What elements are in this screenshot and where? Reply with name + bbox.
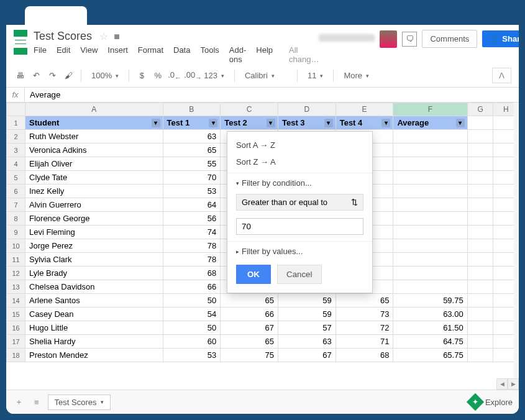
decrease-decimal-button[interactable]: .0← bbox=[168, 70, 180, 81]
cell-student[interactable]: Clyde Tate bbox=[25, 171, 163, 185]
cell-test2[interactable]: 65 bbox=[221, 294, 278, 308]
cell-test4[interactable]: 68 bbox=[336, 349, 393, 362]
sort-az-item[interactable]: Sort A → Z bbox=[227, 137, 372, 153]
menu-add-ons[interactable]: Add-ons bbox=[229, 45, 246, 64]
cell-test1[interactable]: 50 bbox=[163, 294, 221, 308]
condition-select[interactable]: Greater than or equal to⇅ bbox=[236, 194, 363, 211]
cell-test4[interactable]: 72 bbox=[336, 321, 393, 335]
cell-test4[interactable]: 73 bbox=[336, 308, 393, 321]
column-header-E[interactable]: E bbox=[336, 103, 393, 116]
header-cell-test 4[interactable]: Test 4▾ bbox=[336, 116, 393, 130]
cell-test2[interactable]: 67 bbox=[221, 321, 278, 335]
cell-student[interactable]: Florence George bbox=[25, 212, 163, 226]
more-toolbar-button[interactable]: More bbox=[340, 70, 373, 81]
row-header-13[interactable]: 13 bbox=[7, 280, 25, 294]
header-cell-student[interactable]: Student▾ bbox=[25, 116, 163, 130]
cell[interactable] bbox=[467, 253, 493, 267]
row-header-14[interactable]: 14 bbox=[7, 294, 25, 308]
cell-student[interactable]: Preston Mendez bbox=[25, 349, 163, 362]
cell-test1[interactable]: 55 bbox=[163, 157, 221, 171]
cell-test1[interactable]: 66 bbox=[163, 280, 221, 294]
cell-average[interactable] bbox=[393, 280, 467, 294]
font-size-select[interactable]: 11 bbox=[304, 70, 327, 81]
cell[interactable] bbox=[467, 239, 493, 253]
cell-test3[interactable]: 57 bbox=[278, 321, 336, 335]
condition-input[interactable] bbox=[236, 218, 363, 235]
scroll-right-icon[interactable]: ▶ bbox=[508, 378, 519, 390]
zoom-select[interactable]: 100% bbox=[88, 70, 122, 81]
cell[interactable] bbox=[467, 349, 493, 362]
row-header-8[interactable]: 8 bbox=[7, 212, 25, 226]
row-header-9[interactable]: 9 bbox=[7, 226, 25, 239]
filter-icon[interactable]: ▾ bbox=[209, 119, 217, 127]
browser-tab[interactable] bbox=[25, 6, 87, 25]
cell-test4[interactable]: 71 bbox=[336, 335, 393, 349]
collapse-toolbar-icon[interactable]: ᐱ bbox=[492, 68, 511, 83]
cell-average[interactable] bbox=[393, 239, 467, 253]
row-header-4[interactable]: 4 bbox=[7, 157, 25, 171]
redo-icon[interactable]: ↷ bbox=[46, 71, 58, 80]
undo-icon[interactable]: ↶ bbox=[30, 71, 42, 80]
header-cell-average[interactable]: Average▾ bbox=[393, 116, 467, 130]
column-header-A[interactable]: A bbox=[25, 103, 163, 116]
currency-button[interactable]: $ bbox=[135, 71, 148, 80]
cell-test1[interactable]: 64 bbox=[163, 198, 221, 212]
star-icon[interactable]: ☆ bbox=[99, 30, 108, 42]
cell-student[interactable]: Lyle Brady bbox=[25, 267, 163, 280]
cell-test2[interactable]: 75 bbox=[221, 349, 278, 362]
cell-test3[interactable]: 59 bbox=[278, 308, 336, 321]
cell[interactable] bbox=[467, 157, 493, 171]
menu-tools[interactable]: Tools bbox=[200, 45, 219, 64]
all-changes-saved[interactable]: All chang… bbox=[289, 45, 319, 64]
cell-average[interactable] bbox=[393, 253, 467, 267]
filter-icon[interactable]: ▾ bbox=[267, 119, 275, 127]
sheet-tab[interactable]: Test Scores▾ bbox=[48, 395, 111, 410]
cell-test1[interactable]: 70 bbox=[163, 171, 221, 185]
cell-student[interactable]: Elijah Oliver bbox=[25, 157, 163, 171]
cell-student[interactable]: Alvin Guerrero bbox=[25, 198, 163, 212]
comments-button[interactable]: Comments bbox=[422, 30, 477, 48]
menu-insert[interactable]: Insert bbox=[107, 45, 128, 64]
cell-test2[interactable]: 65 bbox=[221, 335, 278, 349]
folder-icon[interactable]: ■ bbox=[114, 31, 120, 42]
cell[interactable] bbox=[467, 185, 493, 198]
cell-student[interactable]: Veronica Adkins bbox=[25, 144, 163, 157]
add-sheet-button[interactable]: ＋ bbox=[12, 394, 25, 410]
cell[interactable] bbox=[467, 267, 493, 280]
filter-by-values-toggle[interactable]: ▸Filter by values... bbox=[227, 244, 372, 258]
cell-student[interactable]: Inez Kelly bbox=[25, 185, 163, 198]
column-header-F[interactable]: F bbox=[393, 103, 467, 116]
cell-test1[interactable]: 65 bbox=[163, 144, 221, 157]
menu-help[interactable]: Help bbox=[256, 45, 273, 64]
row-header-7[interactable]: 7 bbox=[7, 198, 25, 212]
paint-format-icon[interactable]: 🖌 bbox=[62, 71, 75, 80]
filter-icon[interactable]: ▾ bbox=[152, 119, 160, 127]
cell[interactable] bbox=[467, 226, 493, 239]
cell-average[interactable]: 63.00 bbox=[393, 308, 467, 321]
row-header-15[interactable]: 15 bbox=[7, 308, 25, 321]
cell[interactable] bbox=[467, 294, 493, 308]
cell[interactable] bbox=[467, 335, 493, 349]
cell-test3[interactable]: 63 bbox=[278, 335, 336, 349]
row-header-12[interactable]: 12 bbox=[7, 267, 25, 280]
cell-average[interactable] bbox=[393, 267, 467, 280]
row-header-16[interactable]: 16 bbox=[7, 321, 25, 335]
row-header-1[interactable]: 1 bbox=[7, 116, 25, 130]
cell-student[interactable]: Hugo Little bbox=[25, 321, 163, 335]
filter-icon[interactable]: ▾ bbox=[324, 119, 333, 127]
row-header-18[interactable]: 18 bbox=[7, 349, 25, 362]
explore-button[interactable]: ✦ Explore bbox=[469, 396, 513, 408]
cell[interactable] bbox=[467, 130, 493, 144]
percent-button[interactable]: % bbox=[152, 71, 164, 80]
cell-test2[interactable]: 66 bbox=[221, 308, 278, 321]
cell[interactable] bbox=[467, 171, 493, 185]
print-icon[interactable]: 🖶 bbox=[14, 71, 26, 80]
cell[interactable] bbox=[467, 198, 493, 212]
column-header-G[interactable]: G bbox=[467, 103, 493, 116]
cell-test1[interactable]: 78 bbox=[163, 239, 221, 253]
cell-student[interactable]: Chelsea Davidson bbox=[25, 280, 163, 294]
cell-test1[interactable]: 63 bbox=[163, 130, 221, 144]
cell-test1[interactable]: 56 bbox=[163, 212, 221, 226]
avatar[interactable] bbox=[380, 30, 397, 48]
document-title[interactable]: Test Scores bbox=[34, 30, 92, 43]
